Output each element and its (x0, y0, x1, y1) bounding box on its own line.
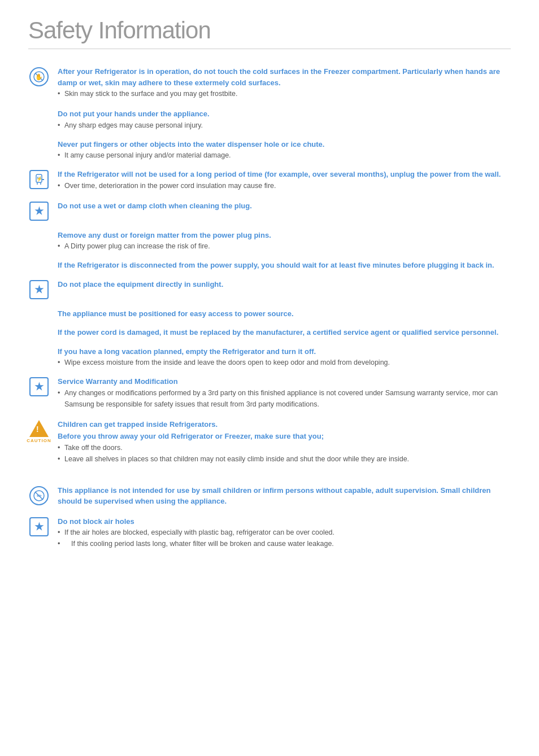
small-children-content: This appliance is not intended for use b… (58, 485, 511, 507)
service-warranty-bullet: Any changes or modifications performed b… (58, 387, 511, 410)
section-hands-under: Do not put your hands under the applianc… (58, 108, 511, 131)
fingers-bullet: It amy cause personal injury and/or mate… (58, 150, 511, 161)
wet-cloth-heading: Do not use a wet or damp cloth when clea… (58, 200, 511, 212)
section-air-holes: ★ Do not block air holes If the air hole… (28, 516, 511, 550)
power-access-heading: The appliance must be positioned for eas… (58, 308, 511, 320)
caution-label: CAUTION (27, 438, 51, 443)
caution-children-bullet-2: Leave all shelves in places so that chil… (58, 453, 511, 465)
air-holes-content: Do not block air holes If the air holes … (58, 516, 511, 550)
sunlight-content: Do not place the equipment directly in s… (58, 279, 511, 290)
unplug-heading: If the Refrigerator will not be used for… (58, 169, 511, 180)
no-touch-icon: ✋ (28, 66, 50, 86)
air-holes-bullet-1: If the air holes are blocked, especially… (58, 527, 511, 538)
power-cord-heading: If the power cord is damaged, it must be… (58, 327, 511, 338)
caution-triangle (29, 420, 49, 437)
section-power-cord: If the power cord is damaged, it must be… (58, 327, 511, 338)
small-children-heading: This appliance is not intended for use b… (58, 485, 511, 507)
freezer-warning-heading: After your Refrigerator is in operation,… (58, 66, 511, 88)
section-vacation: If you have a long vacation planned, emp… (58, 346, 511, 369)
air-holes-bullet-2: If this cooling period lasts long, whate… (58, 538, 511, 549)
section-wet-cloth: ★ Do not use a wet or damp cloth when cl… (28, 200, 511, 221)
unplug-icon: ⚡ (28, 169, 50, 189)
section-service-warranty: ★ Service Warranty and Modification Any … (28, 376, 511, 410)
star-icon-2: ★ (28, 279, 50, 299)
air-holes-heading: Do not block air holes (58, 516, 511, 527)
service-warranty-content: Service Warranty and Modification Any ch… (58, 376, 511, 410)
caution-children-heading: Children can get trapped inside Refriger… (58, 419, 511, 430)
vacation-bullet: Wipe excess moisture from the inside and… (58, 357, 511, 368)
freezer-bullet-1: Skin may stick to the surface and you ma… (58, 88, 511, 99)
fingers-heading: Never put fingers or other objects into … (58, 139, 511, 150)
disconnected-heading: If the Refrigerator is disconnected from… (58, 260, 511, 271)
caution-children-content: Children can get trapped inside Refriger… (58, 419, 511, 465)
section-small-children: ✏ This appliance is not intended for use… (28, 485, 511, 507)
page-title: Safety Information (28, 17, 511, 44)
svg-text:✋: ✋ (35, 73, 43, 81)
caution-children-bullet-1: Take off the doors. (58, 442, 511, 453)
hands-under-heading: Do not put your hands under the applianc… (58, 108, 511, 120)
svg-text:⚡: ⚡ (36, 176, 43, 182)
section-fingers-dispenser: Never put fingers or other objects into … (58, 139, 511, 161)
dust-plug-heading: Remove any dust or foreign matter from t… (58, 230, 511, 241)
caution-icon: CAUTION (28, 419, 50, 443)
freezer-warning-content: After your Refrigerator is in operation,… (58, 66, 511, 99)
pencil-cross-icon: ✏ (28, 485, 50, 505)
section-caution-children: CAUTION Children can get trapped inside … (28, 419, 511, 465)
section-sunlight: ★ Do not place the equipment directly in… (28, 279, 511, 299)
section-disconnected: If the Refrigerator is disconnected from… (58, 260, 511, 271)
unplug-content: If the Refrigerator will not be used for… (58, 169, 511, 191)
section-freezer-warning: ✋ After your Refrigerator is in operatio… (28, 66, 511, 99)
star-icon-4: ★ (28, 516, 50, 536)
sunlight-heading: Do not place the equipment directly in s… (58, 279, 511, 290)
unplug-bullet: Over time, deterioration in the power co… (58, 180, 511, 191)
service-warranty-heading: Service Warranty and Modification (58, 376, 511, 387)
star-icon-3: ★ (28, 376, 50, 396)
vacation-heading: If you have a long vacation planned, emp… (58, 346, 511, 357)
hands-under-bullet: Any sharp edges may cause personal injur… (58, 120, 511, 131)
section-dust-plug: Remove any dust or foreign matter from t… (58, 230, 511, 252)
wet-cloth-content: Do not use a wet or damp cloth when clea… (58, 200, 511, 212)
star-icon-1: ★ (28, 200, 50, 221)
section-power-access: The appliance must be positioned for eas… (58, 308, 511, 320)
section-unplug: ⚡ If the Refrigerator will not be used f… (28, 169, 511, 191)
title-divider (28, 49, 511, 49)
dust-plug-bullet: A Dirty power plug can increase the risk… (58, 241, 511, 252)
caution-children-subheading: Before you throw away your old Refrigera… (58, 431, 511, 442)
